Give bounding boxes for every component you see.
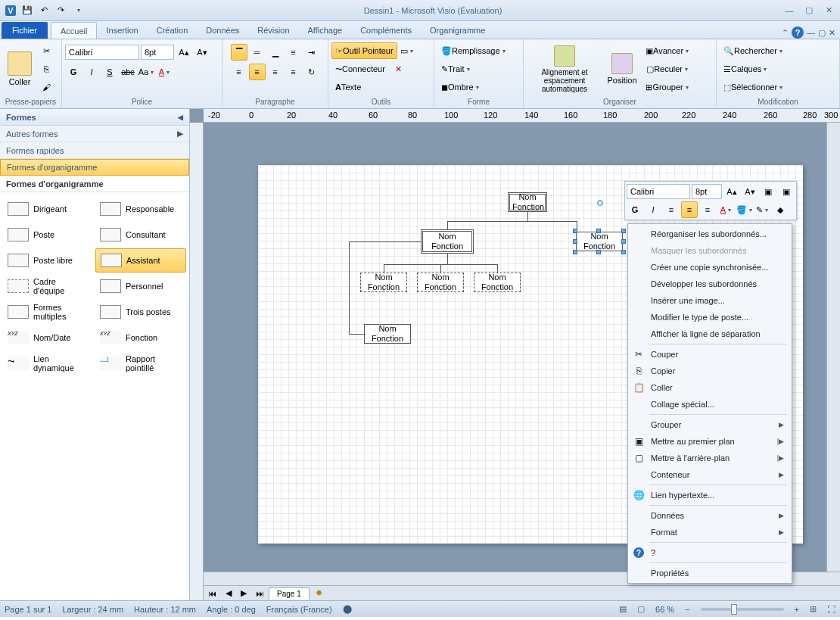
shadow-button[interactable]: ◼ Ombre▾ [437, 79, 483, 95]
shape-trois-postes[interactable]: Trois postes [95, 300, 186, 324]
tab-creation[interactable]: Création [148, 22, 198, 39]
ctx-change-type[interactable]: Modifier le type de poste... [630, 309, 790, 326]
text-tool-button[interactable]: A Texte [331, 79, 365, 95]
mini-size-combo[interactable]: 8pt [692, 184, 722, 199]
org-node-2[interactable]: NomFonction [417, 273, 464, 292]
shape-consultant[interactable]: Consultant [95, 223, 186, 247]
help-icon[interactable]: ? [792, 26, 804, 39]
shape-poste-libre[interactable]: Poste libre [3, 248, 94, 273]
view-shape-data-icon[interactable]: ▤ [619, 604, 627, 614]
shape-poste[interactable]: Poste [3, 223, 94, 247]
view-mode-icon[interactable]: ▢ [637, 604, 645, 614]
align-center-icon[interactable]: ≡ [249, 64, 266, 80]
font-name-combo[interactable]: Calibri [65, 45, 139, 60]
tab-nav-first-icon[interactable]: ⏮ [204, 589, 221, 598]
shape-responsable[interactable]: Responsable [95, 197, 186, 221]
mdi-restore-icon[interactable]: ▢ [818, 28, 826, 38]
format-painter-icon[interactable]: 🖌 [38, 79, 54, 95]
mini-align-right-icon[interactable]: ≡ [699, 201, 716, 218]
ctx-help[interactable]: ?? [630, 544, 790, 561]
mini-line-icon[interactable]: ✎▾ [754, 201, 770, 218]
shape-dirigeant[interactable]: Dirigeant [3, 197, 94, 221]
zoom-in-icon[interactable]: + [795, 605, 799, 614]
redo-icon[interactable]: ↷ [53, 3, 68, 18]
file-tab[interactable]: Fichier [2, 22, 48, 39]
tab-complements[interactable]: Compléments [351, 22, 421, 39]
tab-donnees[interactable]: Données [197, 22, 248, 39]
shape-personnel[interactable]: Personnel [95, 274, 186, 298]
fill-button[interactable]: 🪣 Remplissage▾ [437, 42, 509, 59]
send-backward-button[interactable]: ▢ Reculer▾ [642, 61, 692, 77]
ctx-show-divider[interactable]: Afficher la ligne de séparation [630, 326, 790, 342]
mini-shrink-font-icon[interactable]: A▾ [742, 183, 758, 200]
line-button[interactable]: ✎ Trait▾ [437, 61, 474, 77]
tab-organigramme[interactable]: Organigramme [421, 22, 494, 39]
tab-nav-next-icon[interactable]: ▶ [236, 588, 251, 598]
qat-dropdown-icon[interactable]: ▾ [70, 3, 85, 18]
org-node-mgr[interactable]: NomFonction [421, 229, 474, 254]
shape-rapport-pointille[interactable]: ┄┘Rapport pointillé [95, 351, 186, 375]
strike-button[interactable]: abc [120, 64, 136, 80]
ctx-format[interactable]: Format▶ [630, 524, 790, 541]
italic-button[interactable]: I [83, 64, 100, 80]
ctx-properties[interactable]: Propriétés [630, 565, 790, 581]
ctx-bring-front[interactable]: ▣Mettre au premier plan|▶ [630, 433, 790, 450]
fullscreen-icon[interactable]: ⛶ [827, 605, 835, 614]
mdi-close-icon[interactable]: ✕ [829, 28, 835, 38]
ctx-container[interactable]: Conteneur▶ [630, 466, 790, 483]
mini-align-left-icon[interactable]: ≡ [663, 201, 680, 218]
shape-assistant[interactable]: Assistant [95, 248, 186, 273]
ctx-paste[interactable]: 📋Coller [630, 379, 790, 396]
rotate-text-icon[interactable]: ↻ [303, 64, 320, 80]
ctx-hyperlink[interactable]: 🌐Lien hypertexte... [630, 487, 790, 503]
rectangle-tool-icon[interactable]: ▭▾ [399, 42, 415, 59]
save-icon[interactable]: 💾 [20, 3, 35, 18]
mini-style2-icon[interactable]: ▣ [778, 183, 795, 200]
align-middle-icon[interactable]: ═ [249, 44, 266, 61]
ctx-copy[interactable]: ⎘Copier [630, 363, 790, 379]
ctx-cut[interactable]: ✂Couper [630, 346, 790, 363]
mini-font-combo[interactable]: Calibri [627, 184, 690, 199]
mini-italic-button[interactable]: I [645, 201, 661, 218]
page-tab-1[interactable]: Page 1 [269, 587, 310, 600]
shape-cadre-equipe[interactable]: Cadre d'équipe [3, 274, 94, 298]
bold-button[interactable]: G [65, 64, 82, 80]
ctx-paste-special[interactable]: Collage spécial... [630, 396, 790, 413]
shrink-font-icon[interactable]: A▾ [194, 44, 210, 61]
shape-nom-date[interactable]: XYZNom/Date [3, 326, 94, 350]
close-icon[interactable]: ✕ [820, 5, 837, 17]
font-color-button[interactable]: A▾ [156, 64, 173, 80]
font-size-combo[interactable]: 8pt [141, 45, 174, 60]
org-node-1[interactable]: NomFonction [360, 273, 407, 292]
tab-accueil[interactable]: Accueil [51, 22, 97, 39]
tab-affichage[interactable]: Affichage [299, 22, 352, 39]
ctx-insert-image[interactable]: Insérer une image... [630, 292, 790, 309]
mini-grow-font-icon[interactable]: A▴ [723, 183, 740, 200]
ctx-reorganize[interactable]: Réorganiser les subordonnés... [630, 226, 790, 242]
connector-tool-button[interactable]: ⤳ Connecteur [331, 61, 389, 77]
grow-font-icon[interactable]: A▴ [176, 44, 192, 61]
underline-button[interactable]: S [101, 64, 118, 80]
mini-font-color-icon[interactable]: A▾ [717, 201, 734, 218]
align-right-icon[interactable]: ≡ [267, 64, 284, 80]
quick-shapes-row[interactable]: Formes rapides [0, 142, 189, 159]
shape-fonction[interactable]: XYZFonction [95, 326, 186, 350]
paste-button[interactable]: Coller [3, 50, 36, 88]
mini-fill-icon[interactable]: 🪣▾ [736, 201, 752, 218]
shape-formes-multiples[interactable]: Formes multiples [3, 300, 94, 324]
ctx-send-back[interactable]: ▢Mettre à l'arrière-plan|▶ [630, 450, 790, 466]
minimize-ribbon-icon[interactable]: ⌃ [782, 28, 789, 38]
justify-icon[interactable]: ≡ [285, 64, 302, 80]
record-macro-icon[interactable]: ⬤ [343, 604, 352, 614]
bring-forward-button[interactable]: ▣ Avancer▾ [642, 42, 692, 59]
tab-nav-last-icon[interactable]: ⏭ [251, 589, 269, 598]
position-button[interactable]: Position [604, 51, 640, 86]
other-shapes-row[interactable]: Autres formes▶ [0, 126, 189, 142]
mini-bold-button[interactable]: G [627, 201, 643, 218]
layers-button[interactable]: ☰ Calques▾ [720, 61, 770, 77]
insert-page-icon[interactable]: ✸ [311, 588, 327, 598]
mdi-min-icon[interactable]: — [807, 28, 815, 37]
org-shapes-row[interactable]: Formes d'organigramme [0, 159, 189, 176]
ctx-sync-copy[interactable]: Créer une copie synchronisée... [630, 259, 790, 276]
find-button[interactable]: 🔍 Rechercher▾ [720, 42, 786, 59]
